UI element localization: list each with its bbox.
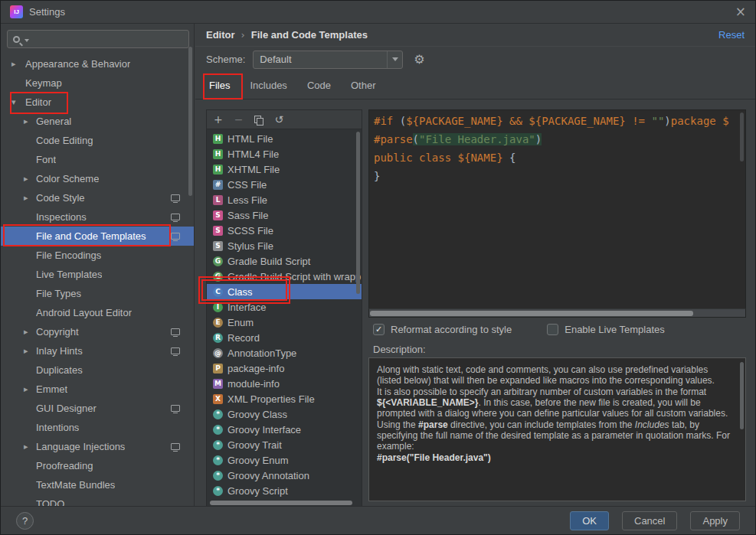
description-paragraph: It is also possible to specify an arbitr… xyxy=(377,387,735,419)
sidebar-item-label: Inspections xyxy=(36,211,87,223)
sidebar-item-language-injections[interactable]: ▸Language Injections xyxy=(1,437,194,456)
tab-other[interactable]: Other xyxy=(351,80,376,91)
revert-template-button[interactable]: ↺ xyxy=(274,114,283,125)
editor-horizontal-scrollbar-thumb[interactable] xyxy=(370,311,693,316)
template-item-gradle-build-script-with-wrapp[interactable]: GGradle Build Script with wrapp xyxy=(207,269,362,284)
template-item-stylus-file[interactable]: SStylus File xyxy=(207,238,362,253)
sidebar-item-inlay-hints[interactable]: ▸Inlay Hints xyxy=(1,341,194,360)
template-item-groovy-annotation[interactable]: *Groovy Annotation xyxy=(207,468,362,483)
help-button[interactable]: ? xyxy=(16,512,34,530)
template-item-css-file[interactable]: #CSS File xyxy=(207,177,362,192)
template-item-annotationtype[interactable]: @AnnotationType xyxy=(207,345,362,360)
sidebar-item-font[interactable]: Font xyxy=(1,150,194,169)
template-item-record[interactable]: RRecord xyxy=(207,330,362,345)
sidebar-item-copyright[interactable]: ▸Copyright xyxy=(1,322,194,341)
remove-template-button[interactable]: − xyxy=(234,114,244,125)
sidebar-item-code-style[interactable]: ▸Code Style xyxy=(1,188,194,207)
sidebar-item-appearance-behavior[interactable]: ▸Appearance & Behavior xyxy=(1,54,194,73)
template-item-groovy-class[interactable]: *Groovy Class xyxy=(207,406,362,422)
live-templates-checkbox[interactable] xyxy=(547,324,558,335)
reformat-checkbox[interactable]: ✓ xyxy=(373,324,385,335)
sidebar-item-keymap[interactable]: Keymap xyxy=(1,73,194,93)
sidebar-scrollbar[interactable] xyxy=(188,47,192,196)
sidebar-item-inspections[interactable]: Inspections xyxy=(1,207,194,227)
copy-template-button[interactable] xyxy=(254,116,263,124)
sidebar-item-file-and-code-templates[interactable]: File and Code Templates xyxy=(1,227,194,246)
add-template-button[interactable]: + xyxy=(214,114,223,125)
chevron-right-icon[interactable]: ▸ xyxy=(24,442,36,452)
template-list-horizontal-scrollbar[interactable] xyxy=(210,501,352,505)
intellij-logo-icon: IJ xyxy=(10,5,23,18)
template-item-enum[interactable]: EEnum xyxy=(207,315,362,330)
ok-button[interactable]: OK xyxy=(570,511,609,530)
template-item-sass-file[interactable]: SSass File xyxy=(207,207,362,223)
search-options-chevron-icon[interactable] xyxy=(25,39,29,42)
chevron-right-icon[interactable]: ▸ xyxy=(24,384,36,394)
editor-horizontal-scrollbar[interactable] xyxy=(368,308,746,318)
template-item-interface[interactable]: IInterface xyxy=(207,299,362,315)
template-item-groovy-interface[interactable]: *Groovy Interface xyxy=(207,422,362,437)
sidebar-item-code-editing[interactable]: Code Editing xyxy=(1,131,194,150)
apply-button[interactable]: Apply xyxy=(690,511,740,530)
sidebar-item-label: Copyright xyxy=(36,326,79,338)
settings-sidebar: ▸Appearance & BehaviorKeymap▾Editor▸Gene… xyxy=(1,24,195,507)
sidebar-item-file-encodings[interactable]: File Encodings xyxy=(1,246,194,265)
reformat-option[interactable]: ✓ Reformat according to style xyxy=(373,324,512,335)
chevron-right-icon[interactable]: ▸ xyxy=(24,116,36,126)
template-item-html-file[interactable]: HHTML File xyxy=(207,131,362,146)
code-line: #if (${PACKAGE_NAME} && ${PACKAGE_NAME} … xyxy=(374,112,741,130)
sidebar-item-duplicates[interactable]: Duplicates xyxy=(1,360,194,380)
scheme-dropdown[interactable]: Default xyxy=(253,51,403,69)
template-item-xml-properties-file[interactable]: XXML Properties File xyxy=(207,391,362,406)
chevron-right-icon[interactable]: ▸ xyxy=(24,193,36,203)
breadcrumb-editor[interactable]: Editor xyxy=(206,29,235,41)
template-item-less-file[interactable]: LLess File xyxy=(207,192,362,207)
scheme-value: Default xyxy=(260,54,291,65)
tab-files[interactable]: Files xyxy=(209,80,230,91)
sidebar-item-label: Code Style xyxy=(36,192,85,204)
template-item-html4-file[interactable]: HHTML4 File xyxy=(207,146,362,161)
chevron-right-icon[interactable]: ▸ xyxy=(24,174,36,184)
template-item-groovy-enum[interactable]: *Groovy Enum xyxy=(207,452,362,468)
template-item-groovy-trait[interactable]: *Groovy Trait xyxy=(207,437,362,452)
editor-vertical-scrollbar[interactable] xyxy=(740,113,744,161)
sidebar-item-editor[interactable]: ▾Editor xyxy=(1,93,194,112)
template-item-label: package-info xyxy=(227,363,284,374)
sidebar-item-gui-designer[interactable]: GUI Designer xyxy=(1,399,194,418)
tab-code[interactable]: Code xyxy=(307,80,331,91)
close-icon[interactable]: × xyxy=(735,5,746,18)
live-templates-option[interactable]: Enable Live Templates xyxy=(547,324,665,335)
sidebar-item-live-templates[interactable]: Live Templates xyxy=(1,265,194,284)
sidebar-item-file-types[interactable]: File Types xyxy=(1,284,194,303)
search-icon xyxy=(13,36,20,43)
sidebar-item-android-layout-editor[interactable]: Android Layout Editor xyxy=(1,303,194,322)
description-scrollbar[interactable] xyxy=(740,362,744,429)
sidebar-item-proofreading[interactable]: Proofreading xyxy=(1,456,194,475)
search-input[interactable] xyxy=(7,30,189,48)
reset-link[interactable]: Reset xyxy=(718,29,745,41)
tab-includes[interactable]: Includes xyxy=(250,80,286,91)
sidebar-item-textmate-bundles[interactable]: TextMate Bundles xyxy=(1,475,194,494)
sidebar-item-general[interactable]: ▸General xyxy=(1,112,194,131)
template-item-groovy-script[interactable]: *Groovy Script xyxy=(207,483,362,498)
interface-icon: I xyxy=(213,302,223,312)
sidebar-item-emmet[interactable]: ▸Emmet xyxy=(1,380,194,399)
template-item-module-info[interactable]: Mmodule-info xyxy=(207,376,362,391)
template-item-package-info[interactable]: Ppackage-info xyxy=(207,360,362,376)
template-list-vertical-scrollbar[interactable] xyxy=(356,132,360,294)
chevron-down-icon[interactable]: ▾ xyxy=(11,97,25,107)
chevron-right-icon[interactable]: ▸ xyxy=(24,346,36,356)
sidebar-item-color-scheme[interactable]: ▸Color Scheme xyxy=(1,169,194,188)
sidebar-item-intentions[interactable]: Intentions xyxy=(1,418,194,437)
chevron-right-icon[interactable]: ▸ xyxy=(11,59,25,69)
sidebar-item-label: File and Code Templates xyxy=(36,230,146,242)
template-item-xhtml-file[interactable]: HXHTML File xyxy=(207,161,362,177)
template-item-gradle-build-script[interactable]: GGradle Build Script xyxy=(207,253,362,269)
gear-icon[interactable]: ⚙ xyxy=(414,52,424,67)
template-code-editor[interactable]: #if (${PACKAGE_NAME} && ${PACKAGE_NAME} … xyxy=(368,109,746,308)
template-item-scss-file[interactable]: SSCSS File xyxy=(207,223,362,238)
cancel-button[interactable]: Cancel xyxy=(622,511,677,530)
template-item-class[interactable]: CClass xyxy=(207,284,362,299)
code-line: #parse("File Header.java") xyxy=(374,130,741,148)
chevron-right-icon[interactable]: ▸ xyxy=(24,327,36,337)
